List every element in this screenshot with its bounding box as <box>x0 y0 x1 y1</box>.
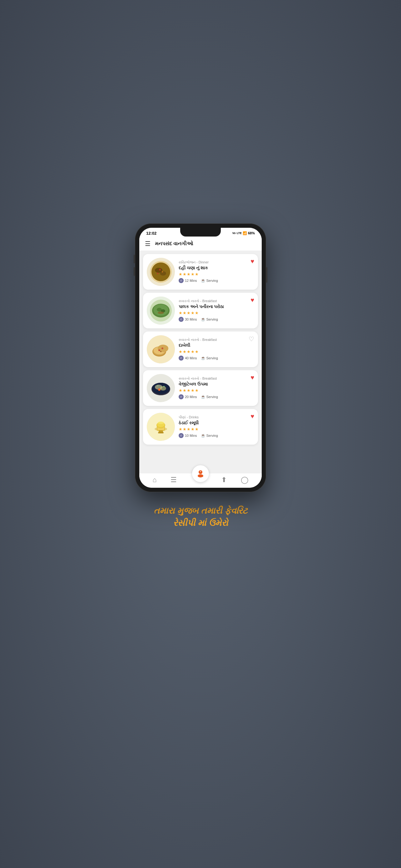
cup-icon-4: ☕ <box>201 395 205 399</box>
cup-icon-1: ☕ <box>201 278 205 283</box>
clock-icon-1: ⏱ <box>179 278 183 283</box>
volume-up-button <box>134 255 135 264</box>
recipe-info-5: પીણાં - Drinks ઠંડાઈ સ્મૂધી ★★★★★ ⏱ 10 M… <box>179 415 254 438</box>
notch <box>180 228 221 237</box>
recipe-category-4: સવારનો નાસ્તો - Breakfast <box>179 376 254 380</box>
bottom-tagline: તમારા મુજબ તમારી ફેવરિટ રેસીપી માં ઉમેરો <box>154 505 247 529</box>
recipe-time-4: ⏱ 20 Mins <box>179 394 197 399</box>
phone-screen: 12:02 Vo LTE 📶 68% ☰ મનપસંદ વાનગીઓ <box>139 228 262 488</box>
app-header: ☰ મનપસંદ વાનગીઓ <box>139 237 262 251</box>
svg-rect-40 <box>158 432 164 433</box>
recipe-meta-2: ⏱ 30 Mins ☕ Serving <box>179 317 254 322</box>
recipe-serving-1: ☕ Serving <box>201 278 218 283</box>
recipe-name-1: દહીં ચણા નું શાક <box>179 265 254 271</box>
svg-point-43 <box>198 474 203 477</box>
recipe-card-5[interactable]: પીણાં - Drinks ઠંડાઈ સ્મૂધી ★★★★★ ⏱ 10 M… <box>143 409 258 445</box>
recipe-serving-2: ☕ Serving <box>201 317 218 321</box>
page-wrapper: 12:02 Vo LTE 📶 68% ☰ મનપસંદ વાનગીઓ <box>100 217 301 651</box>
svg-point-32 <box>157 385 158 386</box>
recipe-card-2[interactable]: સવારનો નાસ્તો - Breakfast પાલક અને પનીરન… <box>143 293 258 329</box>
svg-point-31 <box>163 386 165 387</box>
recipe-image-4 <box>147 374 175 402</box>
svg-point-4 <box>160 271 166 276</box>
recipe-serving-4: ☕ Serving <box>201 395 218 399</box>
svg-point-44 <box>200 471 201 472</box>
recipe-category-1: રાત્રિભોજન - Dinner <box>179 260 254 264</box>
recipe-category-3: સવારનો નાસ્તો - Breakfast <box>179 338 254 342</box>
recipe-name-5: ઠંડાઈ સ્મૂધી <box>179 420 254 426</box>
fab-button[interactable] <box>192 465 209 482</box>
profile-nav-icon[interactable]: ◯ <box>241 476 248 484</box>
content-area: રાત્રિભોજન - Dinner દહીં ચણા નું શાક ★★★… <box>139 251 262 473</box>
recipe-image-5 <box>147 413 175 441</box>
recipe-image-3 <box>147 335 175 363</box>
recipe-time-2: ⏱ 30 Mins <box>179 317 197 322</box>
heart-button-4[interactable]: ♥ <box>250 374 254 381</box>
svg-point-22 <box>162 347 163 349</box>
list-nav-icon[interactable]: ☰ <box>170 476 177 484</box>
header-title: મનપસંદ વાનગીઓ <box>155 241 193 247</box>
recipe-card-4[interactable]: સવારનો નાસ્તો - Breakfast વેજીટેબલ ઉપમા … <box>143 370 258 406</box>
recipe-stars-1: ★★★★★ <box>179 272 254 277</box>
status-icons: Vo LTE 📶 68% <box>232 231 255 235</box>
recipe-meta-3: ⏱ 40 Mins ☕ Serving <box>179 355 254 361</box>
recipe-image-2 <box>147 297 175 324</box>
cup-icon-5: ☕ <box>201 433 205 438</box>
recipe-name-3: દાબેલી <box>179 342 254 348</box>
volume-down-button <box>134 267 135 276</box>
recipe-time-5: ⏱ 10 Mins <box>179 433 197 438</box>
clock-icon-5: ⏱ <box>179 433 183 438</box>
recipe-image-1 <box>147 258 175 286</box>
svg-point-28 <box>160 386 166 391</box>
recipe-name-2: પાલક અને પનીરના પરોઠા <box>179 304 254 309</box>
recipe-time-1: ⏱ 12 Mins <box>179 278 197 283</box>
cup-icon-3: ☕ <box>201 356 205 360</box>
tagline-line2: રેસીપી માં ઉમેરો <box>154 517 247 529</box>
recipe-category-2: સવારનો નાસ્તો - Breakfast <box>179 299 254 303</box>
recipe-stars-3: ★★★★★ <box>179 349 254 354</box>
recipe-meta-4: ⏱ 20 Mins ☕ Serving <box>179 394 254 399</box>
heart-button-3[interactable]: ♡ <box>248 335 254 343</box>
recipe-card-1[interactable]: રાત્રિભોજન - Dinner દહીં ચણા નું શાક ★★★… <box>143 254 258 290</box>
recipe-meta-5: ⏱ 10 Mins ☕ Serving <box>179 433 254 438</box>
bottom-nav: ⌂ ☰ ⬆ ◯ <box>139 473 262 488</box>
phone-frame: 12:02 Vo LTE 📶 68% ☰ મનપસંદ વાનગીઓ <box>135 223 266 492</box>
svg-point-23 <box>160 351 162 352</box>
svg-point-7 <box>157 273 159 274</box>
recipe-stars-5: ★★★★★ <box>179 427 254 432</box>
clock-icon-3: ⏱ <box>179 355 183 361</box>
svg-point-41 <box>158 422 164 424</box>
svg-point-5 <box>159 269 161 271</box>
svg-point-30 <box>159 389 160 390</box>
recipe-card-3[interactable]: સવારનો નાસ્તો - Breakfast દાબેલી ★★★★★ ⏱… <box>143 332 258 367</box>
lte-text: LTE <box>237 231 242 235</box>
share-nav-icon[interactable]: ⬆ <box>221 476 227 484</box>
heart-button-1[interactable]: ♥ <box>250 258 254 265</box>
recipe-category-5: પીણાં - Drinks <box>179 415 254 419</box>
status-time: 12:02 <box>146 231 157 236</box>
phone-buttons-left <box>134 255 135 276</box>
signal-bars: 📶 <box>243 231 247 235</box>
battery-text: 68% <box>248 231 255 235</box>
recipe-info-2: સવારનો નાસ્તો - Breakfast પાલક અને પનીરન… <box>179 299 254 322</box>
recipe-stars-4: ★★★★★ <box>179 388 254 393</box>
recipe-time-3: ⏱ 40 Mins <box>179 355 197 361</box>
clock-icon-4: ⏱ <box>179 394 183 399</box>
heart-button-2[interactable]: ♥ <box>250 297 254 304</box>
power-button <box>266 267 267 283</box>
recipe-serving-5: ☕ Serving <box>201 433 218 438</box>
clock-icon-2: ⏱ <box>179 317 183 322</box>
tagline-line1: તમારા મુજબ તમારી ફેવરિટ <box>154 505 247 517</box>
recipe-info-3: સવારનો નાસ્તો - Breakfast દાબેલી ★★★★★ ⏱… <box>179 338 254 361</box>
home-nav-icon[interactable]: ⌂ <box>153 476 157 484</box>
recipe-serving-3: ☕ Serving <box>201 356 218 360</box>
svg-point-6 <box>162 271 163 273</box>
signal-text: Vo <box>232 231 236 235</box>
heart-button-5[interactable]: ♥ <box>250 413 254 420</box>
svg-point-14 <box>158 312 164 314</box>
hamburger-icon[interactable]: ☰ <box>145 240 151 247</box>
svg-point-21 <box>158 349 160 351</box>
recipe-info-4: સવારનો નાસ્તો - Breakfast વેજીટેબલ ઉપમા … <box>179 376 254 399</box>
recipe-name-4: વેજીટેબલ ઉપમા <box>179 381 254 387</box>
recipe-stars-2: ★★★★★ <box>179 311 254 315</box>
